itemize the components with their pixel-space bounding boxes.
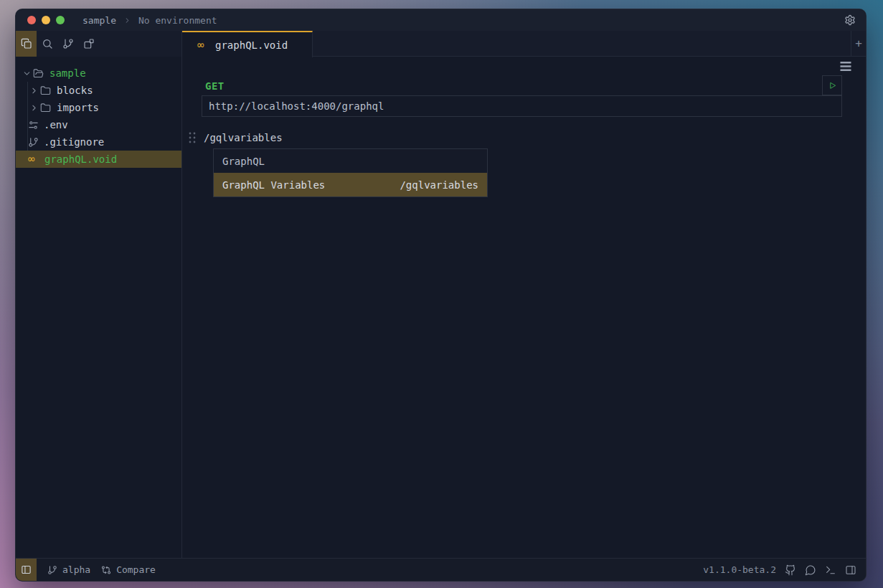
- search-icon: [42, 38, 53, 49]
- tree-item-label: .gitignore: [44, 136, 104, 148]
- menu-icon: [840, 61, 851, 72]
- app-window: sample No environment: [15, 9, 867, 582]
- tree-item-label: sample: [49, 67, 86, 79]
- block-path-text[interactable]: /gqlvariables: [204, 132, 283, 143]
- tab-label: graphQL.void: [215, 39, 288, 51]
- content-pane: ∞ graphQL.void + GET: [182, 31, 866, 558]
- environment-selector[interactable]: No environment: [138, 15, 217, 26]
- tree-item-label: blocks: [57, 85, 93, 96]
- run-request-button[interactable]: [822, 75, 842, 95]
- statusbar-icons: [785, 564, 856, 576]
- tree-item-env[interactable]: .env: [16, 116, 181, 133]
- close-window-button[interactable]: [27, 16, 36, 24]
- status-bar: alpha Compare v1.1.0-beta.2: [16, 558, 866, 581]
- autocomplete-option-graphql-variables[interactable]: GraphQL Variables /gqlvariables: [214, 173, 487, 196]
- play-icon: [828, 81, 837, 90]
- git-view-button[interactable]: [57, 31, 78, 57]
- title-bar: sample No environment: [16, 9, 866, 31]
- git-branch-icon: [47, 565, 57, 575]
- option-label: GraphQL Variables: [222, 179, 325, 191]
- tree-item-graphql-void[interactable]: ∞ graphQL.void: [16, 151, 181, 168]
- option-hint: /gqlvariables: [400, 179, 478, 191]
- folder-open-icon: [33, 68, 44, 79]
- files-icon: [21, 38, 32, 49]
- compare-button[interactable]: Compare: [101, 564, 156, 575]
- folder-icon: [40, 103, 51, 113]
- git-branch-icon: [28, 137, 39, 148]
- git-compare-icon: [101, 565, 111, 575]
- folder-icon: [40, 85, 51, 96]
- sliders-icon: [28, 120, 39, 131]
- search-view-button[interactable]: [37, 31, 57, 57]
- tree-item-blocks[interactable]: blocks: [16, 82, 181, 99]
- git-branch-indicator[interactable]: alpha: [47, 564, 90, 575]
- project-name[interactable]: sample: [82, 15, 116, 26]
- tree-item-label: imports: [57, 102, 99, 113]
- blocks-icon: [83, 38, 95, 49]
- sidebar: sample blocks imports .env: [16, 31, 182, 558]
- files-view-button[interactable]: [16, 31, 37, 57]
- chevron-right-icon: [29, 86, 39, 95]
- drag-handle-icon[interactable]: [189, 132, 196, 143]
- tree-item-gitignore[interactable]: .gitignore: [16, 133, 181, 151]
- infinity-icon: ∞: [28, 153, 39, 165]
- tab-graphql-void[interactable]: ∞ graphQL.void: [182, 31, 313, 57]
- main-area: sample blocks imports .env: [16, 31, 866, 558]
- request-method-row: GET: [204, 75, 842, 95]
- maximize-window-button[interactable]: [56, 16, 65, 24]
- branch-name: alpha: [62, 564, 90, 575]
- request-editor: GET /gqlvariables GraphQL: [182, 57, 866, 558]
- autocomplete-popup: GraphQL GraphQL Variables /gqlvariables: [213, 148, 488, 197]
- tabbar-empty-space: [313, 31, 851, 56]
- block-path-row: /gqlvariables: [189, 131, 842, 145]
- gear-icon: [844, 14, 856, 26]
- panel-left-icon: [21, 564, 32, 575]
- blocks-view-button[interactable]: [78, 31, 99, 57]
- tree-item-sample[interactable]: sample: [16, 65, 181, 82]
- infinity-icon: ∞: [197, 39, 209, 51]
- tab-bar: ∞ graphQL.void +: [182, 31, 866, 57]
- file-explorer: sample blocks imports .env: [16, 57, 181, 558]
- terminal-icon: [825, 564, 836, 576]
- activity-bar: [16, 31, 181, 57]
- option-label: GraphQL: [222, 156, 265, 167]
- method-selector[interactable]: GET: [205, 80, 225, 92]
- tree-item-label: graphQL.void: [44, 153, 117, 165]
- new-tab-button[interactable]: +: [851, 31, 866, 56]
- panel-right-icon: [845, 564, 856, 576]
- tree-item-imports[interactable]: imports: [16, 99, 181, 116]
- window-controls: [27, 16, 65, 24]
- chevron-right-icon: [29, 103, 39, 113]
- autocomplete-option-graphql[interactable]: GraphQL: [214, 149, 487, 173]
- compare-label: Compare: [116, 564, 156, 575]
- editor-menu-button[interactable]: [840, 61, 851, 72]
- minimize-window-button[interactable]: [42, 16, 50, 24]
- git-branch-icon: [62, 38, 74, 49]
- github-button[interactable]: [785, 564, 796, 576]
- chat-bubble-icon: [805, 564, 816, 576]
- toggle-sidebar-button[interactable]: [16, 559, 37, 582]
- tree-item-label: .env: [44, 119, 68, 131]
- settings-button[interactable]: [844, 14, 856, 26]
- breadcrumb: sample No environment: [82, 15, 217, 26]
- app-version: v1.1.0-beta.2: [703, 564, 776, 575]
- feedback-button[interactable]: [805, 564, 816, 576]
- toggle-right-panel-button[interactable]: [845, 564, 856, 576]
- chevron-right-icon: [123, 16, 131, 24]
- url-input[interactable]: [202, 95, 842, 117]
- chevron-down-icon: [22, 69, 32, 78]
- github-icon: [785, 564, 796, 576]
- terminal-button[interactable]: [825, 564, 836, 576]
